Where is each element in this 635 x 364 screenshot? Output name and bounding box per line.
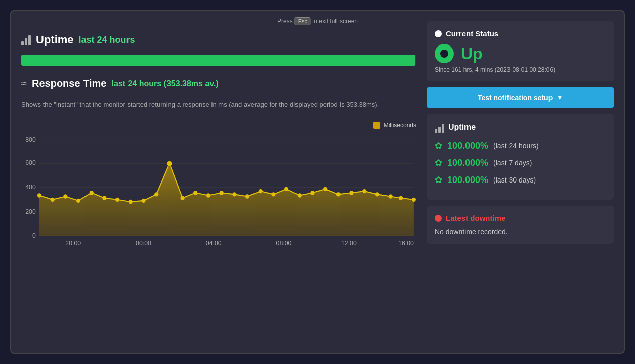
svg-point-32 [323,187,327,191]
svg-point-16 [115,197,119,201]
svg-point-17 [129,199,133,203]
test-notification-label: Test notification setup [478,94,553,102]
svg-point-19 [154,192,158,196]
uptime-subtitle: last 24 hours [79,35,135,46]
status-up-icon [435,44,454,63]
svg-point-13 [76,198,80,202]
svg-point-12 [63,194,67,198]
test-notification-button[interactable]: Test notification setup ▼ [427,87,614,108]
svg-point-24 [220,191,224,195]
svg-point-25 [232,192,236,196]
fullscreen-hint: Press Esc to exit full screen [277,17,358,25]
right-panel: Current Status Up Since 161 hrs, 4 mins … [427,21,614,343]
svg-point-31 [310,191,314,195]
uptime-card: Uptime ✿ 100.000% (last 24 hours) ✿ 100.… [427,114,614,200]
current-status-card: Current Status Up Since 161 hrs, 4 mins … [427,21,614,81]
response-subtitle: last 24 hours (353.38ms av.) [111,79,218,88]
svg-point-29 [284,187,288,191]
dropdown-arrow-icon: ▼ [557,94,563,101]
left-panel: Uptime last 24 hours ≈ Response Time las… [21,21,416,343]
svg-text:16:00: 16:00 [398,239,414,246]
uptime-period-30d: (last 30 days) [493,176,536,184]
svg-point-15 [102,196,106,200]
current-status-dot [435,30,442,37]
uptime-pct-7d: 100.000% [447,158,488,168]
svg-point-21 [180,196,184,200]
star-icon-30d: ✿ [435,174,442,186]
svg-point-30 [298,193,302,197]
response-description: Shows the "instant" that the monitor sta… [21,100,416,110]
esc-key: Esc [295,17,310,25]
svg-point-14 [90,191,94,195]
legend-color-box [373,122,380,129]
svg-point-34 [349,191,353,195]
svg-point-39 [412,197,416,201]
uptime-header: Uptime last 24 hours [21,33,416,47]
svg-text:800: 800 [25,135,36,143]
svg-point-22 [193,191,197,195]
response-header: ≈ Response Time last 24 hours (353.38ms … [21,78,416,89]
svg-text:04:00: 04:00 [206,239,222,246]
uptime-bar-container [21,55,416,66]
uptime-bar-fill [21,55,415,66]
uptime-title: Uptime [36,33,74,47]
status-since-text: Since 161 hrs, 4 mins (2023-08-01 00:28:… [435,66,606,73]
hint-text: to exit full screen [312,18,358,25]
uptime-pct-24h: 100.000% [447,141,488,151]
svg-point-36 [375,192,379,196]
uptime-pct-30d: 100.000% [447,175,488,186]
status-up-row: Up [435,44,606,63]
svg-point-23 [206,193,210,197]
uptime-stat-7d: ✿ 100.000% (last 7 days) [435,157,606,168]
svg-text:0: 0 [32,232,36,239]
svg-point-33 [336,192,341,196]
svg-point-10 [37,193,41,197]
current-status-title: Current Status [435,29,606,38]
chart-container: Milliseconds 800 600 400 200 0 [21,122,416,253]
svg-point-20 [167,161,172,166]
status-up-label: Up [461,44,483,63]
svg-point-38 [399,196,403,200]
main-container: Press Esc to exit full screen Uptime las… [10,10,625,354]
svg-point-37 [389,194,393,198]
downtime-message: No downtime recorded. [435,228,606,236]
response-time-chart: 800 600 400 200 0 [21,132,416,248]
svg-point-35 [362,189,366,193]
svg-text:20:00: 20:00 [65,239,81,246]
press-text: Press [277,18,293,25]
svg-point-18 [141,198,145,202]
svg-text:00:00: 00:00 [136,239,151,246]
bar-chart-icon [21,34,31,46]
uptime-period-24h: (last 24 hours) [493,142,538,150]
svg-text:12:00: 12:00 [341,239,357,246]
svg-point-28 [271,192,275,196]
latest-downtime-card: Latest downtime No downtime recorded. [427,206,614,244]
uptime-period-7d: (last 7 days) [493,159,532,167]
chart-legend: Milliseconds [21,122,416,129]
uptime-bar-icon [435,122,444,133]
downtime-dot [435,215,442,222]
legend-label: Milliseconds [384,122,416,129]
response-title: Response Time [32,78,106,89]
uptime-stat-30d: ✿ 100.000% (last 30 days) [435,174,606,186]
uptime-stat-24h: ✿ 100.000% (last 24 hours) [435,140,606,151]
svg-text:200: 200 [25,208,36,215]
downtime-title: Latest downtime [435,214,606,222]
squiggle-icon: ≈ [21,78,27,89]
svg-point-27 [259,189,263,193]
svg-point-26 [245,194,249,198]
star-icon-24h: ✿ [435,140,442,151]
star-icon-7d: ✿ [435,157,442,168]
svg-text:400: 400 [25,183,36,190]
svg-point-11 [51,197,55,201]
svg-text:600: 600 [25,159,36,166]
uptime-card-title: Uptime [435,122,606,133]
svg-text:08:00: 08:00 [276,239,292,246]
